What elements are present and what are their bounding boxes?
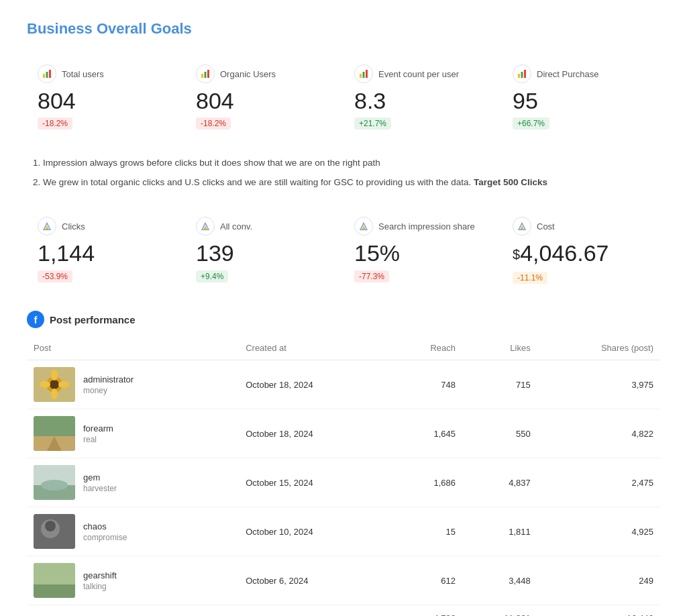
metric-label-search-impression: Search impression share — [378, 221, 475, 232]
post-shares-row-administrator: 3,975 — [537, 360, 660, 409]
metric-event-count: Event count per user 8.3 +21.7% — [344, 56, 502, 138]
metric-badge-organic-users: -18.2% — [196, 117, 231, 130]
post-sub-row-chaos: compromise — [83, 533, 127, 542]
post-thumbnail-row-forearm — [34, 416, 75, 451]
svg-rect-0 — [43, 74, 45, 78]
post-cell-row-administrator: administrator money — [27, 360, 239, 409]
metric-badge-total-users: -18.2% — [38, 117, 72, 130]
post-thumbnail-row-chaos — [34, 514, 75, 549]
metric-value-organic-users: 804 — [196, 89, 333, 113]
post-info-row-forearm: forearm real — [83, 423, 113, 444]
svg-rect-8 — [366, 70, 368, 78]
notes-section: Impression always grows before clicks bu… — [27, 156, 660, 190]
post-cell-row-forearm: forearm real — [27, 409, 239, 458]
post-reach-row-gem: 1,686 — [390, 458, 462, 507]
col-header-likes: Likes — [462, 339, 537, 360]
svg-rect-1 — [46, 72, 48, 78]
post-sub-row-forearm: real — [83, 435, 113, 444]
post-info-row-gem: gem harvester — [83, 472, 117, 493]
metric-badge-all-conv: +9.4% — [196, 270, 228, 283]
svg-rect-34 — [34, 416, 75, 436]
totals-reach: 4,706 — [390, 605, 462, 616]
totals-likes: 11,361 — [462, 605, 537, 616]
metric-badge-cost: -11.1% — [513, 272, 547, 284]
post-name-row-administrator: administrator — [83, 374, 134, 384]
post-reach-row-chaos: 15 — [390, 507, 462, 556]
post-name-row-gem: gem — [83, 472, 117, 482]
facebook-icon: f — [27, 311, 44, 328]
svg-point-38 — [41, 480, 68, 491]
svg-point-29 — [51, 389, 58, 399]
google-ads-icon-clicks — [38, 217, 56, 236]
metric-cost: Cost $4,046.67 -11.1% — [502, 209, 660, 292]
svg-rect-5 — [207, 70, 209, 78]
totals-label-post — [27, 605, 239, 616]
col-header-shares: Shares (post) — [537, 339, 660, 360]
svg-rect-11 — [524, 70, 526, 78]
post-name-row-chaos: chaos — [83, 521, 127, 531]
table-row: forearm real October 18, 2024 1,645 550 … — [27, 409, 660, 458]
svg-rect-43 — [34, 584, 75, 598]
post-info-row-administrator: administrator money — [83, 374, 134, 395]
svg-rect-4 — [205, 72, 207, 78]
metric-value-all-conv: 139 — [196, 241, 333, 266]
post-likes-row-gem: 4,837 — [462, 458, 537, 507]
ads-metrics-row: Clicks 1,144 -53.9% All conv. 139 +9.4% — [27, 209, 660, 292]
cost-prefix: $ — [513, 247, 520, 262]
post-created-row-chaos: October 10, 2024 — [239, 507, 390, 556]
post-name-row-forearm: forearm — [83, 423, 113, 433]
table-totals-row: 4,706 11,361 16,446 — [27, 605, 660, 616]
post-cell-row-gem: gem harvester — [27, 458, 239, 507]
post-thumbnail-row-gem — [34, 465, 75, 500]
svg-rect-9 — [518, 74, 520, 78]
post-shares-row-gearshift: 249 — [537, 556, 660, 605]
post-thumbnail-row-gearshift — [34, 563, 75, 598]
page-container: Business Overall Goals Total users 804 -… — [0, 0, 687, 616]
metric-organic-users: Organic Users 804 -18.2% — [185, 56, 344, 138]
post-likes-row-chaos: 1,811 — [462, 507, 537, 556]
col-header-created: Created at — [239, 339, 390, 360]
post-shares-row-chaos: 4,925 — [537, 507, 660, 556]
svg-point-30 — [40, 381, 50, 388]
metric-label-cost: Cost — [537, 221, 555, 232]
svg-point-27 — [50, 380, 59, 389]
svg-point-31 — [58, 381, 69, 388]
post-info-row-gearshift: gearshift talking — [83, 570, 117, 591]
svg-rect-10 — [521, 72, 523, 78]
metric-label-total-users: Total users — [62, 69, 104, 79]
metric-label-event-count: Event count per user — [378, 69, 459, 79]
metric-label-organic-users: Organic Users — [220, 69, 276, 79]
post-created-row-gearshift: October 6, 2024 — [239, 556, 390, 605]
post-reach-row-administrator: 748 — [390, 360, 462, 409]
svg-rect-7 — [363, 72, 365, 78]
post-cell-row-chaos: chaos compromise — [27, 507, 239, 556]
metric-all-conv: All conv. 139 +9.4% — [185, 209, 344, 292]
metric-search-impression: Search impression share 15% -77.3% — [344, 209, 502, 292]
metric-value-clicks: 1,144 — [38, 241, 174, 266]
post-reach-row-forearm: 1,645 — [390, 409, 462, 458]
metric-badge-event-count: +21.7% — [354, 117, 391, 130]
post-name-row-gearshift: gearshift — [83, 570, 117, 580]
col-header-post: Post — [27, 339, 239, 360]
post-likes-row-forearm: 550 — [462, 409, 537, 458]
post-sub-row-administrator: money — [83, 386, 134, 395]
totals-label-created — [239, 605, 390, 616]
table-row: chaos compromise October 10, 2024 15 1,8… — [27, 507, 660, 556]
post-performance-table: Post Created at Reach Likes Shares (post… — [27, 339, 660, 616]
metric-total-users: Total users 804 -18.2% — [27, 56, 185, 138]
analytics-icon-3 — [354, 64, 373, 83]
post-thumbnail-row-administrator — [34, 367, 75, 402]
post-created-row-administrator: October 18, 2024 — [239, 360, 390, 409]
metric-value-direct-purchase: 95 — [513, 89, 649, 113]
post-shares-row-gem: 2,475 — [537, 458, 660, 507]
note-2: We grew in total organic clicks and U.S … — [43, 176, 657, 190]
metric-label-clicks: Clicks — [62, 221, 85, 232]
post-performance-title: Post performance — [50, 314, 136, 325]
metric-direct-purchase: Direct Purchase 95 +66.7% — [502, 56, 660, 138]
svg-rect-44 — [34, 563, 75, 584]
analytics-icon — [38, 64, 56, 83]
metric-value-total-users: 804 — [38, 89, 174, 113]
table-row: gem harvester October 15, 2024 1,686 4,8… — [27, 458, 660, 507]
metric-label-direct-purchase: Direct Purchase — [537, 69, 598, 79]
svg-point-41 — [45, 521, 56, 531]
